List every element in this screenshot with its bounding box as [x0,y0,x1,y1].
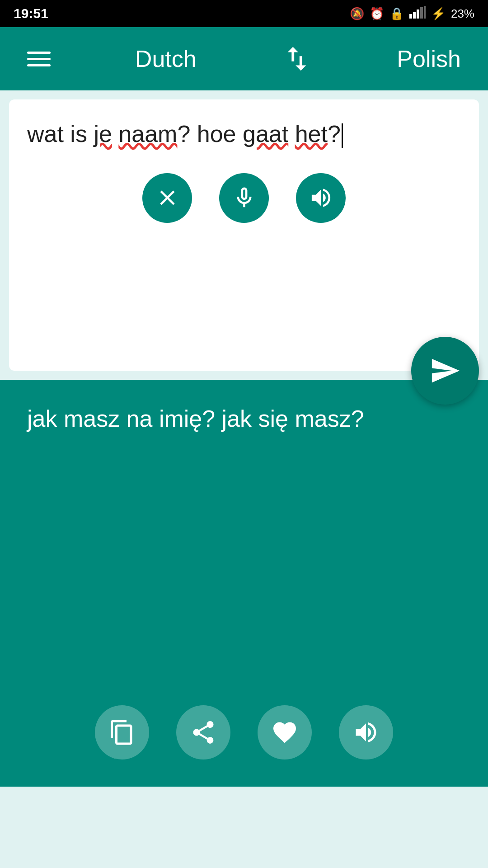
send-icon [429,355,461,387]
svg-rect-0 [409,14,412,19]
clear-button[interactable] [142,173,192,223]
source-actions [27,151,461,245]
alarm-icon: ⏰ [370,7,384,21]
share-button[interactable] [176,705,230,760]
favorite-icon [271,719,298,746]
clear-icon [155,185,180,210]
source-language-button[interactable]: Dutch [135,45,197,72]
battery-text: 23% [451,7,474,21]
swap-icon [281,43,313,75]
lock-icon: 🔒 [389,7,404,21]
menu-line-3 [27,64,51,66]
charging-icon: ⚡ [431,7,446,21]
copy-button[interactable] [95,705,149,760]
status-bar: 19:51 🔕 ⏰ 🔒 ⚡ 23% [0,0,488,27]
notification-icon: 🔕 [350,7,364,21]
target-language-button[interactable]: Polish [397,45,461,72]
source-speak-button[interactable] [296,173,346,223]
translation-text: jak masz na imię? jak się masz? [27,402,461,435]
source-panel: wat is je naam? hoe gaat het? [9,99,479,371]
source-speak-icon [309,185,333,210]
translation-speak-icon [352,719,380,746]
word-je: je [94,121,112,147]
translation-panel: jak masz na imię? jak się masz? [0,380,488,787]
svg-rect-3 [420,7,423,19]
source-text-display[interactable]: wat is je naam? hoe gaat het? [27,118,461,151]
menu-button[interactable] [27,52,51,66]
word-het: het [295,121,328,147]
svg-rect-2 [417,9,419,19]
microphone-button[interactable] [219,173,269,223]
signal-icon [409,6,426,22]
text-cursor [342,123,343,148]
source-wrapper: wat is je naam? hoe gaat het? [0,99,488,371]
svg-rect-4 [424,6,426,19]
status-icons: 🔕 ⏰ 🔒 ⚡ 23% [350,6,474,22]
translation-actions [0,683,488,787]
microphone-icon [232,185,257,210]
svg-rect-1 [413,12,416,19]
favorite-button[interactable] [258,705,312,760]
swap-languages-button[interactable] [281,43,313,75]
word-gaat: gaat [243,121,288,147]
translation-speak-button[interactable] [339,705,393,760]
share-icon [190,719,217,746]
word-naam: naam [118,121,177,147]
status-time: 19:51 [14,6,48,21]
menu-line-2 [27,58,51,60]
toolbar: Dutch Polish [0,27,488,90]
menu-line-1 [27,52,51,54]
copy-icon [108,719,136,746]
send-translate-button[interactable] [411,337,479,405]
